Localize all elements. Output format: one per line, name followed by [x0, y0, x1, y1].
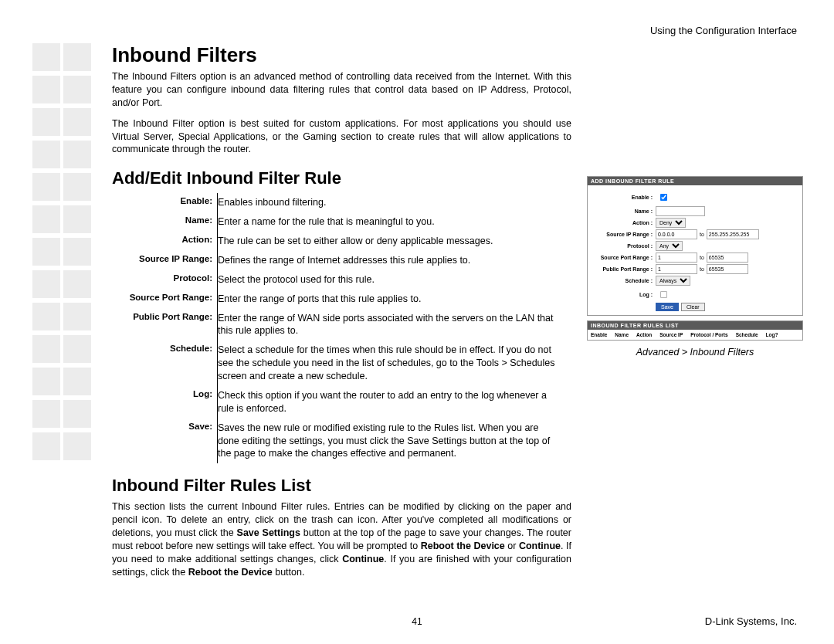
- def-value: The rule can be set to either allow or d…: [218, 232, 563, 251]
- def-value: Enter the range of WAN side ports associ…: [218, 309, 563, 341]
- footer-company: D-Link Systems, Inc.: [705, 615, 797, 627]
- section-add-edit: Add/Edit Inbound Filter Rule: [112, 168, 571, 188]
- main-content: Inbound Filters The Inbound Filters opti…: [112, 43, 571, 587]
- def-label: Protocol:: [112, 270, 218, 290]
- def-value: Defines the range of Internet addresses …: [218, 251, 563, 270]
- def-label: Source Port Range:: [112, 290, 218, 309]
- save-button[interactable]: Save: [656, 303, 679, 311]
- src-ip-to[interactable]: [707, 229, 759, 239]
- def-value: Enables inbound filtering.: [218, 193, 563, 212]
- def-label: Log:: [112, 386, 218, 419]
- def-label: Public Port Range:: [112, 309, 218, 341]
- screenshot-panel-title: ADD INBOUND FILTER RULE: [588, 177, 802, 185]
- def-label: Save:: [112, 419, 218, 464]
- src-port-to[interactable]: [707, 253, 748, 263]
- action-select[interactable]: Deny: [656, 218, 686, 228]
- def-value: Enter the range of ports that this rule …: [218, 290, 563, 309]
- def-label: Source IP Range:: [112, 251, 218, 270]
- pub-port-from[interactable]: [656, 264, 697, 274]
- def-label: Schedule:: [112, 341, 218, 386]
- screenshot-panel-list: INBOUND FILTER RULES LIST EnableNameActi…: [587, 320, 803, 341]
- screenshot-panel-title: INBOUND FILTER RULES LIST: [588, 321, 802, 330]
- src-ip-from[interactable]: [656, 229, 697, 239]
- page-header: Using the Configuration Interface: [650, 25, 797, 36]
- def-value: Check this option if you want the router…: [218, 386, 563, 419]
- pub-port-to[interactable]: [707, 264, 748, 274]
- def-label: Action:: [112, 232, 218, 251]
- schedule-select[interactable]: Always: [656, 276, 690, 286]
- intro-paragraph-1: The Inbound Filters option is an advance…: [112, 70, 571, 110]
- decorative-squares: [32, 43, 94, 465]
- def-value: Select a schedule for the times when thi…: [218, 341, 563, 386]
- screenshot-figure: ADD INBOUND FILTER RULE Enable : Name : …: [587, 176, 803, 358]
- screenshot-columns: EnableNameActionSource IPProtocol / Port…: [588, 330, 802, 340]
- src-port-from[interactable]: [656, 253, 697, 263]
- intro-paragraph-2: The Inbound Filter option is best suited…: [112, 117, 571, 157]
- screenshot-caption: Advanced > Inbound Filters: [587, 347, 803, 358]
- log-checkbox[interactable]: [660, 291, 667, 298]
- def-label: Name:: [112, 212, 218, 232]
- def-value: Select the protocol used for this rule.: [218, 270, 563, 290]
- enable-checkbox[interactable]: [660, 194, 667, 201]
- protocol-select[interactable]: Any: [656, 241, 683, 251]
- screenshot-panel-add: ADD INBOUND FILTER RULE Enable : Name : …: [587, 176, 803, 316]
- def-value: Enter a name for the rule that is meanin…: [218, 212, 563, 232]
- def-label: Enable:: [112, 193, 218, 212]
- section-rules-list: Inbound Filter Rules List: [112, 476, 571, 496]
- rules-list-paragraph: This section lists the current Inbound F…: [112, 500, 571, 578]
- clear-button[interactable]: Clear: [681, 303, 705, 311]
- def-value: Saves the new rule or modified existing …: [218, 419, 563, 464]
- definitions-table: Enable:Enables inbound filtering. Name:E…: [112, 193, 562, 463]
- name-input[interactable]: [656, 206, 705, 216]
- page-title: Inbound Filters: [112, 43, 571, 67]
